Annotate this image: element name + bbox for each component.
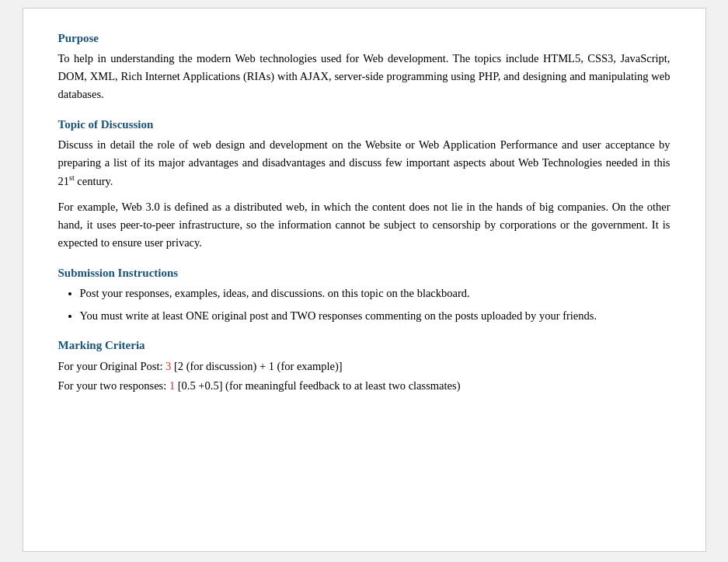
submission-list: Post your responses, examples, ideas, an… bbox=[58, 284, 671, 325]
list-item: Post your responses, examples, ideas, an… bbox=[80, 284, 671, 302]
topic-body: Discuss in detail the role of web design… bbox=[58, 136, 671, 253]
purpose-paragraph-1: To help in understanding the modern Web … bbox=[58, 50, 671, 104]
marking-line-2: For your two responses: 1 [0.5 +0.5] (fo… bbox=[58, 376, 671, 396]
purpose-heading: Purpose bbox=[58, 32, 671, 45]
marking-suffix-2: [0.5 +0.5] (for meaningful feedback to a… bbox=[175, 379, 460, 392]
submission-heading: Submission Instructions bbox=[58, 267, 671, 280]
purpose-section: Purpose To help in understanding the mod… bbox=[58, 32, 671, 104]
marking-suffix-1: [2 (for discussion) + 1 (for example)] bbox=[171, 360, 342, 372]
topic-section: Topic of Discussion Discuss in detail th… bbox=[58, 118, 671, 253]
topic-paragraph-2: For example, Web 3.0 is defined as a dis… bbox=[58, 198, 671, 253]
marking-section: Marking Criteria For your Original Post:… bbox=[58, 339, 671, 395]
purpose-body: To help in understanding the modern Web … bbox=[58, 50, 671, 104]
topic-heading: Topic of Discussion bbox=[58, 118, 671, 131]
list-item: You must write at least ONE original pos… bbox=[80, 307, 671, 325]
submission-section: Submission Instructions Post your respon… bbox=[58, 267, 671, 325]
topic-paragraph-1: Discuss in detail the role of web design… bbox=[58, 136, 671, 190]
marking-heading: Marking Criteria bbox=[58, 339, 671, 352]
marking-prefix-2: For your two responses: bbox=[58, 379, 169, 392]
marking-line-1: For your Original Post: 3 [2 (for discus… bbox=[58, 357, 671, 376]
marking-prefix-1: For your Original Post: bbox=[58, 360, 166, 372]
document-container: Purpose To help in understanding the mod… bbox=[23, 8, 706, 552]
